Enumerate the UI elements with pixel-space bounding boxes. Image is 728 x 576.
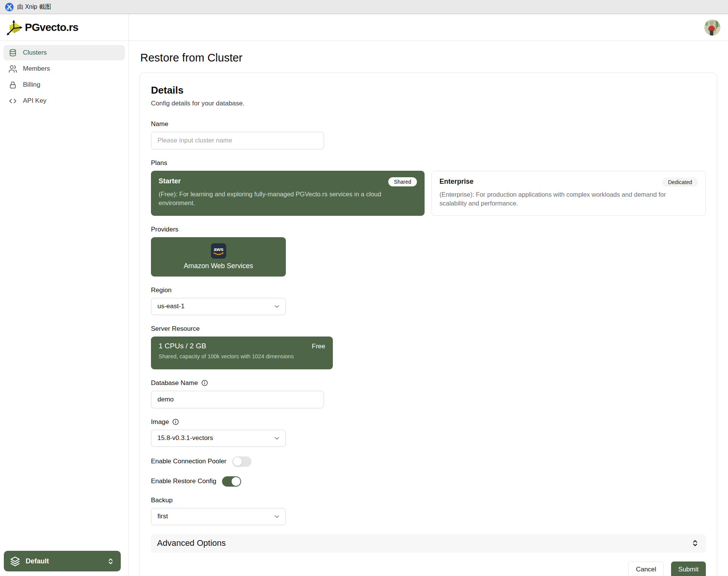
plan-badge: Dedicated: [662, 178, 698, 187]
code-icon: [8, 97, 17, 105]
plan-option-starter[interactable]: Starter Shared (Free): For learning and …: [151, 171, 425, 216]
providers-field-group: Providers aws Amazon Web Services: [151, 226, 706, 277]
plan-description: (Enterprise): For production application…: [439, 190, 688, 208]
region-label: Region: [151, 286, 706, 294]
sidebar-item-label: Clusters: [23, 49, 47, 57]
plan-badge: Shared: [388, 177, 417, 186]
section-subtitle: Config details for your database.: [151, 100, 706, 107]
image-value: 15.8-v0.3.1-vectors: [157, 434, 213, 442]
sidebar-nav: Clusters Members: [0, 41, 128, 113]
backup-value: first: [157, 513, 168, 520]
name-label: Name: [151, 120, 706, 128]
database-icon: [8, 49, 17, 57]
connection-pooler-row: Enable Connection Pooler: [151, 456, 706, 467]
aws-icon: aws: [211, 243, 226, 259]
image-label: Image: [151, 418, 169, 426]
plan-description: (Free): For learning and exploring fully…: [159, 190, 407, 208]
plans-options: Starter Shared (Free): For learning and …: [151, 171, 706, 216]
server-resource-group: Server Resource 1 CPUs / 2 GB Free Share…: [151, 325, 706, 369]
page-title: Restore from Cluster: [140, 52, 717, 64]
name-field-group: Name: [151, 120, 706, 149]
backup-field-group: Backup first: [151, 497, 706, 525]
main-area: Restore from Cluster Details Config deta…: [129, 14, 728, 576]
svg-text:aws: aws: [214, 246, 224, 252]
restore-config-label: Enable Restore Config: [151, 477, 216, 485]
info-icon[interactable]: [201, 379, 208, 387]
region-value: us-east-1: [157, 303, 185, 310]
sidebar-item-api-key[interactable]: API Key: [3, 93, 125, 108]
chevron-down-icon: [273, 513, 280, 520]
chevron-down-icon: [273, 435, 280, 442]
plan-title: Enterprise: [439, 178, 473, 186]
resource-description: Shared, capacity of 100k vectors with 10…: [159, 353, 325, 359]
resource-free-badge: Free: [312, 343, 325, 350]
section-title: Details: [151, 84, 706, 96]
database-name-label: Database Name: [151, 379, 198, 387]
advanced-options-toggle[interactable]: Advanced Options: [151, 534, 706, 553]
sidebar-item-label: Members: [23, 65, 50, 73]
sidebar-item-billing[interactable]: Billing: [3, 77, 125, 92]
lock-icon: [8, 81, 17, 89]
provider-option-aws[interactable]: aws Amazon Web Services: [151, 237, 286, 277]
restore-config-row: Enable Restore Config: [151, 476, 706, 487]
layers-icon: [10, 556, 20, 566]
chevron-down-icon: [273, 303, 280, 310]
providers-label: Providers: [151, 226, 706, 233]
page-content: Restore from Cluster Details Config deta…: [129, 41, 728, 576]
resource-title: 1 CPUs / 2 GB: [159, 342, 206, 350]
connection-pooler-label: Enable Connection Pooler: [151, 458, 227, 465]
region-select[interactable]: us-east-1: [151, 298, 286, 315]
user-avatar[interactable]: [704, 19, 720, 36]
users-icon: [8, 65, 17, 73]
sidebar: PGvecto.rs Clusters: [0, 14, 129, 576]
sidebar-item-clusters[interactable]: Clusters: [3, 45, 125, 60]
chevrons-up-down-icon: [691, 539, 699, 547]
info-icon[interactable]: [172, 418, 179, 426]
region-field-group: Region us-east-1: [151, 286, 706, 315]
database-name-group: Database Name: [151, 379, 706, 408]
plans-field-group: Plans Starter Shared (Free): For learnin…: [151, 159, 706, 216]
plans-label: Plans: [151, 159, 706, 167]
provider-label: Amazon Web Services: [184, 262, 253, 270]
form-actions: Cancel Submit: [151, 561, 706, 576]
sidebar-item-label: API Key: [23, 97, 46, 105]
org-switcher[interactable]: Default: [4, 551, 121, 571]
image-select[interactable]: 15.8-v0.3.1-vectors: [151, 430, 286, 447]
details-card: Details Config details for your database…: [139, 73, 717, 576]
logo-text: PGvecto.rs: [25, 21, 78, 34]
cancel-button[interactable]: Cancel: [628, 561, 664, 576]
sidebar-item-label: Billing: [23, 81, 40, 89]
server-resource-label: Server Resource: [151, 325, 706, 333]
capture-menubar: 由 Xnip 截图: [0, 0, 728, 14]
connection-pooler-toggle[interactable]: [232, 456, 251, 467]
backup-select[interactable]: first: [151, 508, 286, 525]
restore-config-toggle[interactable]: [222, 476, 241, 487]
image-field-group: Image 15.8-v0.3.1-vectors: [151, 418, 706, 447]
pgvecto-logo-icon: [5, 19, 23, 36]
plan-title: Starter: [159, 177, 181, 185]
plan-option-enterprise[interactable]: Enterprise Dedicated (Enterprise): For p…: [431, 171, 706, 216]
advanced-options-label: Advanced Options: [157, 538, 226, 548]
server-resource-option[interactable]: 1 CPUs / 2 GB Free Shared, capacity of 1…: [151, 337, 333, 369]
backup-label: Backup: [151, 497, 706, 504]
database-name-input[interactable]: [151, 391, 324, 408]
top-header: [129, 14, 728, 41]
xnip-icon: [5, 3, 14, 11]
sidebar-item-members[interactable]: Members: [3, 61, 125, 76]
chevrons-up-down-icon: [107, 557, 115, 565]
cluster-name-input[interactable]: [151, 132, 324, 149]
sidebar-logo[interactable]: PGvecto.rs: [0, 14, 128, 41]
submit-button[interactable]: Submit: [671, 561, 706, 576]
org-label: Default: [26, 557, 101, 565]
capture-app-label: 由 Xnip 截图: [17, 3, 51, 11]
